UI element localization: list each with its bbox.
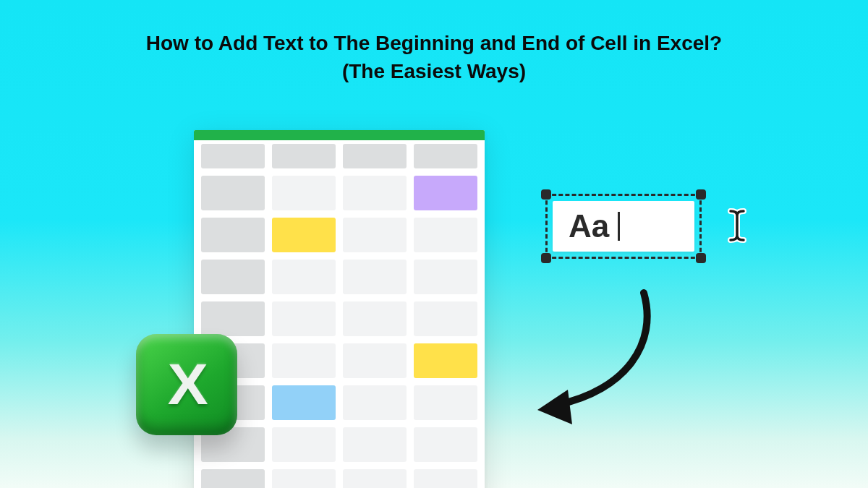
spreadsheet-cell [272,385,336,420]
spreadsheet-cell [272,469,336,488]
page-title: How to Add Text to The Beginning and End… [0,29,868,85]
spreadsheet-row [194,172,485,214]
resize-handle-bottom-right [696,253,706,263]
spreadsheet-cell [343,469,407,488]
curved-arrow-icon [524,286,669,430]
spreadsheet-illustration [194,130,485,488]
excel-letter: X [168,351,205,418]
resize-handle-bottom-left [541,253,551,263]
spreadsheet-cell [414,427,477,462]
spreadsheet-cell [343,343,407,378]
spreadsheet-row [194,340,485,382]
spreadsheet-cell [272,427,336,462]
spreadsheet-cell [272,260,336,294]
spreadsheet-cell [414,176,477,210]
spreadsheet-cell [343,176,407,210]
resize-handle-top-left [541,189,551,200]
textbox-illustration: Aa [538,187,709,266]
spreadsheet-cell [272,176,336,210]
spreadsheet-cell [201,260,265,294]
spreadsheet-cell [343,385,407,420]
title-line-2: (The Easiest Ways) [0,57,868,85]
text-caret-icon [618,212,620,241]
spreadsheet-cell [272,343,336,378]
spreadsheet-cell [272,218,336,252]
spreadsheet-cell [414,260,477,294]
resize-handle-top-right [696,189,706,200]
spreadsheet-row [194,140,485,172]
spreadsheet-cell [201,176,265,210]
textbox-sample-text: Aa [569,208,609,244]
title-line-1: How to Add Text to The Beginning and End… [0,29,868,57]
spreadsheet-cell [343,427,407,462]
spreadsheet-cell [201,301,265,336]
spreadsheet-cell [272,144,336,168]
spreadsheet-cell [414,144,477,168]
spreadsheet-body [194,140,485,488]
spreadsheet-row [194,382,485,424]
spreadsheet-cell [414,343,477,378]
spreadsheet-cell [343,301,407,336]
spreadsheet-cell [272,301,336,336]
spreadsheet-cell [414,218,477,252]
spreadsheet-row [194,214,485,256]
spreadsheet-row [194,424,485,466]
text-cursor-icon [726,208,748,243]
spreadsheet-row [194,256,485,298]
spreadsheet-row [194,298,485,340]
spreadsheet-cell [414,469,477,488]
spreadsheet-cell [201,144,265,168]
spreadsheet-cell [201,218,265,252]
spreadsheet-cell [201,469,265,488]
hero-canvas: How to Add Text to The Beginning and End… [0,0,868,488]
spreadsheet-topbar [194,130,485,140]
spreadsheet-cell [414,301,477,336]
textbox-field: Aa [553,201,694,252]
spreadsheet-cell [414,385,477,420]
spreadsheet-cell [343,144,407,168]
excel-app-icon: X [136,334,237,435]
spreadsheet-cell [343,218,407,252]
spreadsheet-row [194,466,485,488]
spreadsheet-cell [343,260,407,294]
